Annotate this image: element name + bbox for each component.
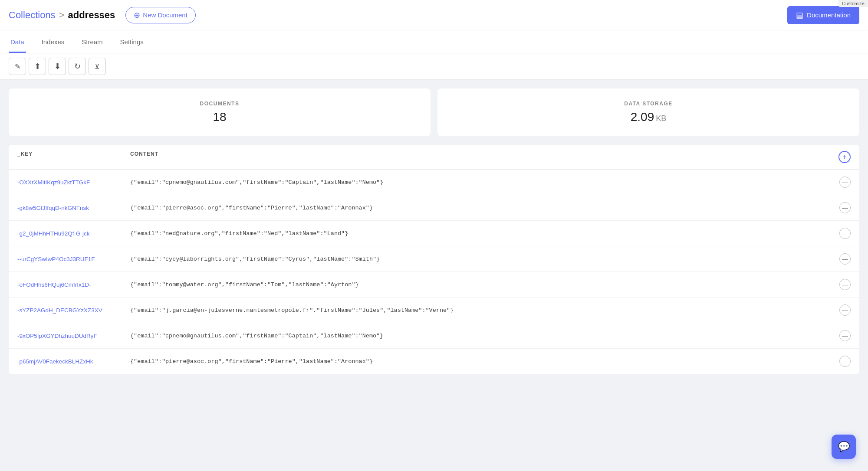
delete-row-button-5[interactable]: — bbox=[839, 304, 851, 316]
edit-icon: ✎ bbox=[15, 62, 20, 71]
row-content-2: {"email":"ned@nature.org","firstName":"N… bbox=[130, 230, 829, 237]
table-header: _KEY CONTENT + bbox=[9, 145, 859, 170]
document-icon: ▤ bbox=[796, 10, 803, 20]
row-key-3[interactable]: --urCgYSwIwP4Oc3J3RUF1F bbox=[17, 256, 130, 262]
top-bar-right: ▤ Documentation bbox=[787, 6, 859, 24]
table-row: --urCgYSwIwP4Oc3J3RUF1F {"email":"cycy@l… bbox=[9, 246, 859, 272]
key-column-header: _KEY bbox=[17, 151, 130, 163]
row-key-5[interactable]: -sYZP2AGdH_DECBGYzXZ3XV bbox=[17, 307, 130, 314]
breadcrumb-current: addresses bbox=[68, 10, 115, 21]
customize-label: Customize bbox=[838, 0, 868, 7]
row-actions-5: — bbox=[829, 304, 851, 316]
table-row: -OXXrXMltIKqz9uZktTTGkF {"email":"cpnemo… bbox=[9, 170, 859, 195]
row-content-0: {"email":"cpnemo@gnautilus.com","firstNa… bbox=[130, 179, 829, 186]
row-content-7: {"email":"pierre@asoc.org","firstName":"… bbox=[130, 358, 829, 365]
row-content-3: {"email":"cycy@laborrights.org","firstNa… bbox=[130, 256, 829, 262]
collections-link[interactable]: Collections bbox=[9, 10, 56, 21]
content-column-header: CONTENT bbox=[130, 151, 829, 163]
row-key-2[interactable]: -g2_0jMHhHTHu92Qf-G-jck bbox=[17, 230, 130, 237]
documents-stat-card: DOCUMENTS 18 bbox=[9, 88, 431, 136]
documents-count: 18 bbox=[213, 110, 226, 124]
stats-row: DOCUMENTS 18 DATA STORAGE 2.09KB bbox=[9, 88, 859, 136]
refresh-icon: ↻ bbox=[74, 62, 81, 71]
download-button[interactable]: ⬇ bbox=[49, 58, 66, 75]
refresh-button[interactable]: ↻ bbox=[69, 58, 86, 75]
storage-unit: KB bbox=[656, 114, 666, 123]
plus-circle-icon: ⊕ bbox=[134, 10, 140, 20]
row-actions-4: — bbox=[829, 279, 851, 290]
delete-row-button-1[interactable]: — bbox=[839, 202, 851, 213]
row-actions-7: — bbox=[829, 356, 851, 367]
data-table: _KEY CONTENT + -OXXrXMltIKqz9uZktTTGkF {… bbox=[9, 145, 859, 374]
table-row: -sYZP2AGdH_DECBGYzXZ3XV {"email":"j.garc… bbox=[9, 298, 859, 323]
row-actions-1: — bbox=[829, 202, 851, 213]
delete-row-button-6[interactable]: — bbox=[839, 330, 851, 341]
row-content-4: {"email":"tommy@water.org","firstName":"… bbox=[130, 281, 829, 288]
new-document-button[interactable]: ⊕ New Document bbox=[125, 7, 196, 23]
delete-row-button-2[interactable]: — bbox=[839, 228, 851, 239]
storage-label: DATA STORAGE bbox=[624, 101, 673, 107]
row-key-6[interactable]: -9xOP5IpXGYDhzhuuDUdRyF bbox=[17, 333, 130, 339]
toolbar: ✎ ⬆ ⬇ ↻ ⊻ bbox=[0, 53, 868, 80]
upload-icon: ⬆ bbox=[34, 62, 41, 71]
row-key-1[interactable]: -gk8w5GfJIfqqD-nkGNFnsk bbox=[17, 205, 130, 211]
filter-button[interactable]: ⊻ bbox=[89, 58, 106, 75]
row-content-6: {"email":"cpnemo@gnautilus.com","firstNa… bbox=[130, 333, 829, 339]
tab-stream[interactable]: Stream bbox=[80, 30, 104, 53]
breadcrumb: Collections > addresses bbox=[9, 10, 115, 21]
row-key-0[interactable]: -OXXrXMltIKqz9uZktTTGkF bbox=[17, 179, 130, 186]
add-column-button[interactable]: + bbox=[838, 151, 851, 163]
storage-value: 2.09KB bbox=[631, 110, 667, 124]
documents-label: DOCUMENTS bbox=[200, 101, 240, 107]
table-row: -9xOP5IpXGYDhzhuuDUdRyF {"email":"cpnemo… bbox=[9, 323, 859, 349]
row-key-7[interactable]: -p65mjAV0FaekeckBLHZxHk bbox=[17, 358, 130, 365]
add-column-area: + bbox=[829, 151, 851, 163]
delete-row-button-3[interactable]: — bbox=[839, 253, 851, 265]
row-actions-6: — bbox=[829, 330, 851, 341]
row-content-5: {"email":"j.garcia@en-julesverne.nantesm… bbox=[130, 307, 829, 314]
edit-button[interactable]: ✎ bbox=[9, 58, 26, 75]
tabs-bar: Data Indexes Stream Settings bbox=[0, 30, 868, 53]
top-bar: Collections > addresses ⊕ New Document ▤… bbox=[0, 0, 868, 30]
upload-button[interactable]: ⬆ bbox=[29, 58, 46, 75]
tab-indexes[interactable]: Indexes bbox=[40, 30, 66, 53]
storage-stat-card: DATA STORAGE 2.09KB bbox=[437, 88, 859, 136]
download-icon: ⬇ bbox=[54, 62, 61, 71]
row-key-4[interactable]: -oFOdHhs6HQuj6CmfrIx1D- bbox=[17, 281, 130, 288]
delete-row-button-0[interactable]: — bbox=[839, 177, 851, 188]
tab-data[interactable]: Data bbox=[9, 30, 26, 53]
row-actions-2: — bbox=[829, 228, 851, 239]
table-row: -oFOdHhs6HQuj6CmfrIx1D- {"email":"tommy@… bbox=[9, 272, 859, 298]
row-actions-0: — bbox=[829, 177, 851, 188]
table-row: -gk8w5GfJIfqqD-nkGNFnsk {"email":"pierre… bbox=[9, 195, 859, 221]
delete-row-button-7[interactable]: — bbox=[839, 356, 851, 367]
table-body: -OXXrXMltIKqz9uZktTTGkF {"email":"cpnemo… bbox=[9, 170, 859, 374]
delete-row-button-4[interactable]: — bbox=[839, 279, 851, 290]
row-content-1: {"email":"pierre@asoc.org","firstName":"… bbox=[130, 205, 829, 211]
tab-settings[interactable]: Settings bbox=[118, 30, 145, 53]
table-row: -g2_0jMHhHTHu92Qf-G-jck {"email":"ned@na… bbox=[9, 221, 859, 246]
breadcrumb-separator: > bbox=[59, 10, 65, 21]
filter-icon: ⊻ bbox=[95, 62, 100, 71]
table-row: -p65mjAV0FaekeckBLHZxHk {"email":"pierre… bbox=[9, 349, 859, 374]
documentation-button[interactable]: ▤ Documentation bbox=[787, 6, 859, 24]
row-actions-3: — bbox=[829, 253, 851, 265]
